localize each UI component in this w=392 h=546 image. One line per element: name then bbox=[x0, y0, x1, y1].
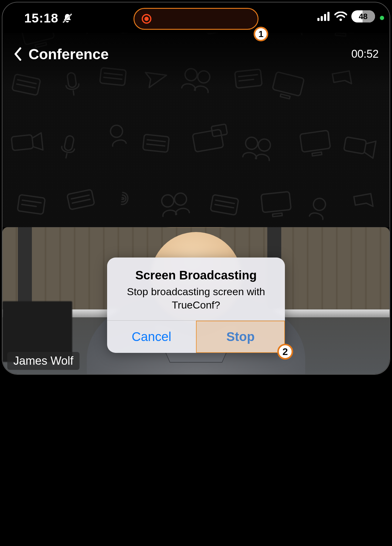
device-frame: James Wolf Conference 00:52 15:18 bbox=[2, 2, 390, 375]
call-timer: 00:52 bbox=[351, 48, 379, 60]
back-button[interactable] bbox=[9, 46, 26, 63]
svg-rect-60 bbox=[324, 14, 326, 21]
camera-in-use-dot-icon bbox=[380, 16, 384, 20]
svg-rect-59 bbox=[321, 16, 323, 21]
wifi-icon bbox=[334, 12, 347, 21]
svg-point-62 bbox=[340, 19, 342, 21]
cellular-signal-icon bbox=[317, 12, 330, 21]
cancel-button[interactable]: Cancel bbox=[107, 321, 196, 353]
screen-broadcasting-alert: Screen Broadcasting Stop broadcasting sc… bbox=[107, 258, 285, 353]
page-title: Conference bbox=[29, 46, 109, 63]
battery-percent: 48 bbox=[359, 12, 368, 21]
battery-indicator: 48 bbox=[351, 10, 375, 22]
stop-button[interactable]: Stop bbox=[196, 321, 285, 353]
status-time: 15:18 bbox=[24, 11, 58, 26]
record-icon bbox=[142, 14, 151, 24]
alert-message: Stop broadcasting screen with TrueConf? bbox=[116, 285, 276, 312]
svg-rect-58 bbox=[317, 18, 319, 21]
do-not-disturb-icon bbox=[62, 13, 73, 24]
annotation-badge-1: 1 bbox=[254, 27, 268, 41]
annotation-badge-2: 2 bbox=[277, 344, 293, 360]
screen-recording-pill[interactable] bbox=[133, 8, 259, 30]
participant-name-label: James Wolf bbox=[7, 352, 79, 370]
chevron-left-icon bbox=[13, 47, 22, 61]
svg-rect-61 bbox=[327, 12, 329, 21]
empty-area bbox=[0, 376, 392, 546]
alert-title: Screen Broadcasting bbox=[116, 268, 276, 282]
nav-bar: Conference 00:52 bbox=[2, 42, 390, 66]
